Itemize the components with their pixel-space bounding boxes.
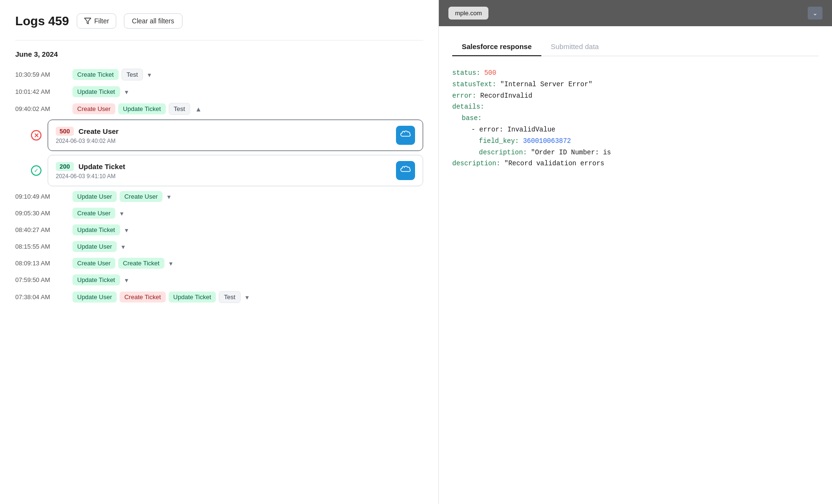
log-tag[interactable]: Update Ticket bbox=[169, 292, 216, 302]
sub-card-name: Create User bbox=[79, 127, 119, 135]
salesforce-icon bbox=[396, 161, 415, 180]
tab-salesforce-response[interactable]: Salesforce response bbox=[452, 38, 541, 56]
log-tags-row: Create UserUpdate TicketTest▲ bbox=[72, 103, 203, 115]
response-details-line: details: bbox=[452, 101, 819, 113]
log-tag[interactable]: Create User bbox=[72, 258, 115, 269]
expanded-section: ✕500Create User2024-06-03 9:40:02 AM ✓20… bbox=[30, 120, 423, 186]
date-header: June 3, 2024 bbox=[15, 50, 423, 58]
filter-button[interactable]: Filter bbox=[77, 13, 116, 29]
details-key: details: bbox=[452, 103, 484, 111]
tab-submitted-data[interactable]: Submitted data bbox=[541, 38, 609, 56]
log-tag[interactable]: Create User bbox=[72, 208, 115, 219]
log-row: 10:01:42 AMUpdate Ticket▾ bbox=[15, 83, 423, 100]
svg-marker-0 bbox=[84, 18, 91, 24]
log-time: 10:30:59 AM bbox=[15, 71, 68, 78]
log-row: 07:59:50 AMUpdate Ticket▾ bbox=[15, 272, 423, 288]
log-row: 08:40:27 AMUpdate Ticket▾ bbox=[15, 222, 423, 238]
response-sub-error-line: - error: InvalidValue bbox=[452, 124, 819, 136]
response-code-block: status: 500 statusText: "Internal Server… bbox=[452, 68, 819, 170]
log-tags-row: Update UserCreate User▾ bbox=[72, 191, 172, 202]
log-expand-button[interactable]: ▲ bbox=[193, 104, 203, 114]
field-key-key: field_key: bbox=[479, 137, 519, 145]
log-tag[interactable]: Create User bbox=[72, 103, 115, 114]
log-main-row: 07:59:50 AMUpdate Ticket▾ bbox=[15, 272, 423, 288]
log-tag[interactable]: Update Ticket bbox=[72, 86, 120, 97]
log-tag[interactable]: Create User bbox=[120, 191, 162, 202]
log-time: 07:59:50 AM bbox=[15, 276, 68, 283]
status-key: status: bbox=[452, 69, 480, 77]
clear-filters-button[interactable]: Clear all filters bbox=[124, 13, 183, 29]
statustext-value: "Internal Server Error" bbox=[500, 81, 592, 88]
log-tag[interactable]: Update User bbox=[72, 241, 117, 252]
domain-badge: mple.com bbox=[448, 7, 488, 20]
sub-card-time: 2024-06-03 9:40:02 AM bbox=[56, 138, 119, 144]
chevron-down-button[interactable]: ⌄ bbox=[808, 7, 822, 20]
tabs-row: Salesforce response Submitted data bbox=[452, 38, 819, 56]
log-tag[interactable]: Update Ticket bbox=[118, 103, 166, 114]
desc1-key: description: bbox=[479, 149, 527, 156]
log-row: 08:15:55 AMUpdate User▾ bbox=[15, 238, 423, 255]
error-value: RecordInvalid bbox=[480, 92, 532, 100]
statustext-key: statusText: bbox=[452, 81, 496, 88]
log-tag[interactable]: Update User bbox=[72, 191, 117, 202]
log-tags-row: Update UserCreate TicketUpdate TicketTes… bbox=[72, 291, 251, 303]
log-expand-button[interactable]: ▾ bbox=[123, 225, 130, 235]
log-main-row: 09:10:49 AMUpdate UserCreate User▾ bbox=[15, 188, 423, 205]
log-expand-button[interactable]: ▾ bbox=[146, 70, 153, 80]
sub-card[interactable]: 500Create User2024-06-03 9:40:02 AM bbox=[48, 120, 423, 151]
right-content: Salesforce response Submitted data statu… bbox=[439, 26, 832, 504]
status-code-badge: 200 bbox=[56, 162, 74, 171]
desc1-value: "Order ID Number: is bbox=[531, 149, 611, 156]
log-expand-button[interactable]: ▾ bbox=[123, 275, 130, 285]
log-tags-row: Update User▾ bbox=[72, 241, 127, 252]
log-row: 08:09:13 AMCreate UserCreate Ticket▾ bbox=[15, 255, 423, 272]
log-tag[interactable]: Update Ticket bbox=[72, 274, 120, 285]
log-tag[interactable]: Create Ticket bbox=[118, 258, 164, 269]
response-desc2-line: description: "Record validation errors bbox=[452, 158, 819, 170]
response-desc1-line: description: "Order ID Number: is bbox=[452, 147, 819, 159]
log-tag[interactable]: Test bbox=[219, 291, 241, 303]
sub-row: ✕500Create User2024-06-03 9:40:02 AM bbox=[30, 120, 423, 151]
log-main-row: 10:30:59 AMCreate TicketTest▾ bbox=[15, 66, 423, 83]
log-expand-button[interactable]: ▾ bbox=[167, 259, 174, 268]
log-tags-row: Create User▾ bbox=[72, 208, 125, 219]
header-row: Logs 459 Filter Clear all filters bbox=[15, 13, 423, 29]
log-tags-row: Create TicketTest▾ bbox=[72, 69, 153, 81]
log-main-row: 09:40:02 AMCreate UserUpdate TicketTest▲ bbox=[15, 100, 423, 118]
error-key: error: bbox=[452, 92, 476, 100]
sub-error-key: - error: bbox=[471, 126, 503, 133]
log-main-row: 08:09:13 AMCreate UserCreate Ticket▾ bbox=[15, 255, 423, 272]
log-row: 09:40:02 AMCreate UserUpdate TicketTest▲… bbox=[15, 100, 423, 186]
log-tag[interactable]: Update Ticket bbox=[72, 224, 120, 235]
log-tag[interactable]: Create Ticket bbox=[120, 292, 166, 302]
sub-card-left: 500Create User2024-06-03 9:40:02 AM bbox=[56, 127, 119, 144]
log-time: 07:38:04 AM bbox=[15, 293, 68, 301]
log-tag[interactable]: Test bbox=[122, 69, 143, 81]
log-expand-button[interactable]: ▾ bbox=[165, 192, 172, 202]
log-main-row: 07:38:04 AMUpdate UserCreate TicketUpdat… bbox=[15, 288, 423, 306]
sub-error-value: InvalidValue bbox=[507, 126, 556, 133]
log-time: 09:10:49 AM bbox=[15, 193, 68, 200]
log-tag[interactable]: Update User bbox=[72, 292, 117, 302]
sub-card[interactable]: 200Update Ticket2024-06-03 9:41:10 AM bbox=[48, 155, 423, 186]
salesforce-icon bbox=[396, 126, 415, 145]
response-status-line: status: 500 bbox=[452, 68, 819, 79]
right-panel: mple.com ⌄ Salesforce response Submitted… bbox=[438, 0, 832, 504]
field-key-value: 360010063872 bbox=[523, 137, 571, 145]
response-base-line: base: bbox=[452, 113, 819, 124]
log-tag[interactable]: Create Ticket bbox=[72, 69, 119, 80]
log-expand-button[interactable]: ▾ bbox=[118, 209, 125, 218]
log-main-row: 08:15:55 AMUpdate User▾ bbox=[15, 238, 423, 255]
log-expand-button[interactable]: ▾ bbox=[244, 292, 251, 302]
right-top-bar: mple.com ⌄ bbox=[439, 0, 832, 26]
top-bar-inner: mple.com ⌄ bbox=[448, 7, 822, 20]
log-expand-button[interactable]: ▾ bbox=[123, 87, 130, 97]
log-expand-button[interactable]: ▾ bbox=[120, 242, 127, 252]
sub-row: ✓200Update Ticket2024-06-03 9:41:10 AM bbox=[30, 155, 423, 186]
response-statustext-line: statusText: "Internal Server Error" bbox=[452, 79, 819, 91]
response-field-key-line: field_key: 360010063872 bbox=[452, 136, 819, 147]
sub-card-left: 200Update Ticket2024-06-03 9:41:10 AM bbox=[56, 162, 125, 180]
log-row: 07:38:04 AMUpdate UserCreate TicketUpdat… bbox=[15, 288, 423, 306]
log-tags-row: Update Ticket▾ bbox=[72, 224, 130, 235]
log-tag[interactable]: Test bbox=[169, 103, 191, 115]
